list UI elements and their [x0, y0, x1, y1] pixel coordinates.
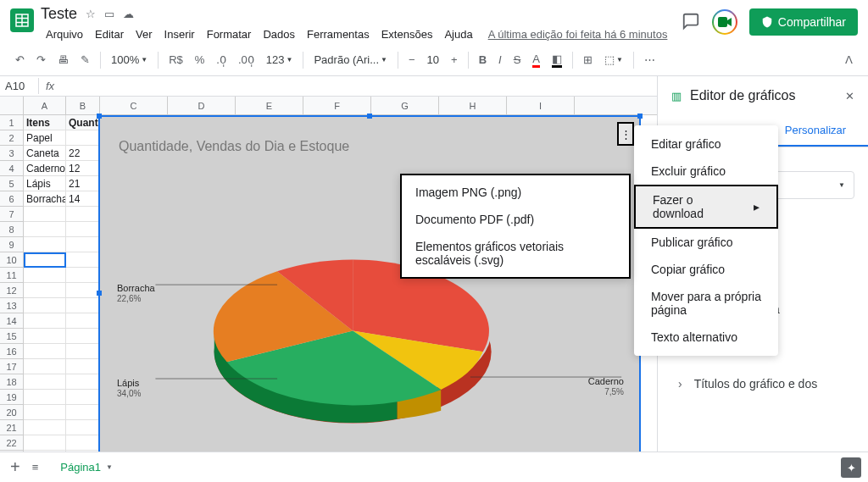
ctx-copy-chart[interactable]: Copiar gráfico — [634, 256, 778, 283]
fx-icon[interactable]: fx — [39, 80, 61, 92]
cell[interactable] — [66, 390, 100, 405]
move-icon[interactable]: ▭ — [104, 8, 114, 20]
cell[interactable]: Lápis — [24, 176, 66, 191]
cell[interactable] — [24, 313, 66, 329]
share-button[interactable]: Compartilhar — [749, 8, 858, 36]
undo-icon[interactable]: ↶ — [10, 50, 30, 69]
text-color-btn[interactable]: A — [527, 49, 545, 71]
percent-btn[interactable]: % — [190, 50, 210, 69]
sheet-tab[interactable]: Página1 ▼ — [50, 456, 123, 479]
row-header[interactable]: 15 — [0, 329, 24, 344]
cell[interactable]: Quantidade — [66, 115, 100, 130]
cell[interactable]: Borracha — [24, 191, 66, 207]
row-header[interactable]: 21 — [0, 420, 24, 435]
row-header[interactable]: 3 — [0, 146, 24, 161]
menu-format[interactable]: Formatar — [202, 25, 257, 44]
paint-format-icon[interactable]: ✎ — [75, 50, 95, 69]
cell[interactable] — [24, 344, 66, 359]
cell[interactable] — [24, 420, 66, 435]
cell[interactable]: Caneta — [24, 146, 66, 161]
menu-insert[interactable]: Inserir — [159, 25, 200, 44]
redo-icon[interactable]: ↷ — [31, 50, 51, 69]
download-png[interactable]: Imagem PNG (.png) — [402, 179, 629, 206]
menu-tools[interactable]: Ferramentas — [302, 25, 375, 44]
cell[interactable]: 22 — [66, 146, 100, 161]
meet-icon[interactable] — [712, 9, 737, 35]
row-header[interactable]: 5 — [0, 176, 24, 191]
cloud-icon[interactable]: ☁ — [123, 8, 134, 20]
cell[interactable] — [66, 359, 100, 374]
cell[interactable]: 21 — [66, 176, 100, 191]
star-icon[interactable]: ☆ — [86, 8, 96, 20]
row-header[interactable]: 16 — [0, 344, 24, 359]
ctx-publish-chart[interactable]: Publicar gráfico — [634, 229, 778, 256]
cell[interactable] — [66, 329, 100, 344]
bold-btn[interactable]: B — [474, 50, 492, 69]
col-header[interactable]: D — [168, 97, 236, 114]
row-header[interactable]: 9 — [0, 237, 24, 252]
menu-data[interactable]: Dados — [258, 25, 300, 44]
font-select[interactable]: Padrão (Ari... ▼ — [309, 50, 392, 69]
doc-title[interactable]: Teste — [41, 5, 77, 23]
dec-less-btn[interactable]: .0̩ — [211, 50, 231, 69]
section-titles[interactable]: ›Títulos do gráfico e dos — [671, 365, 854, 402]
merge-btn[interactable]: ⬚ ▼ — [599, 50, 628, 69]
col-header[interactable]: G — [371, 97, 439, 114]
menu-extensions[interactable]: Extensões — [376, 25, 438, 44]
ctx-download[interactable]: Fazer o download▸ — [634, 185, 778, 229]
ctx-alt-text[interactable]: Texto alternativo — [634, 324, 778, 351]
row-header[interactable]: 4 — [0, 161, 24, 176]
cell[interactable]: 12 — [66, 161, 100, 176]
cell[interactable] — [24, 222, 66, 237]
row-header[interactable]: 13 — [0, 298, 24, 313]
download-svg[interactable]: Elementos gráficos vetoriais escaláveis … — [402, 233, 629, 274]
row-header[interactable]: 1 — [0, 115, 24, 130]
chart-object[interactable]: Quantidade, Vendas do Dia e Estoque — [98, 115, 641, 463]
ctx-edit-chart[interactable]: Editar gráfico — [634, 130, 778, 158]
cell[interactable] — [24, 237, 66, 252]
cell[interactable]: Papel — [24, 130, 66, 146]
row-header[interactable]: 10 — [0, 252, 24, 268]
cell[interactable] — [24, 283, 66, 298]
close-icon[interactable]: ✕ — [845, 90, 854, 102]
row-header[interactable]: 20 — [0, 405, 24, 420]
ctx-delete-chart[interactable]: Excluir gráfico — [634, 158, 778, 185]
last-edit[interactable]: A última edição foi feita há 6 minutos — [488, 25, 668, 44]
print-icon[interactable]: 🖶 — [53, 50, 74, 69]
currency-btn[interactable]: R$ — [164, 50, 188, 69]
cell[interactable] — [24, 268, 66, 283]
cell[interactable] — [24, 298, 66, 313]
sheets-logo[interactable] — [10, 8, 34, 32]
num-format-btn[interactable]: 123 ▼ — [261, 50, 298, 69]
cell[interactable] — [66, 298, 100, 313]
menu-file[interactable]: Arquivo — [41, 25, 88, 44]
row-header[interactable]: 18 — [0, 374, 24, 390]
cell[interactable] — [66, 252, 100, 268]
cell[interactable] — [66, 130, 100, 146]
cell[interactable] — [66, 207, 100, 222]
row-header[interactable]: 17 — [0, 359, 24, 374]
cell[interactable] — [66, 237, 100, 252]
strike-btn[interactable]: S — [509, 50, 526, 69]
cell[interactable] — [66, 420, 100, 435]
tab-customize[interactable]: Personalizar — [763, 115, 868, 147]
menu-help[interactable]: Ajuda — [439, 25, 477, 44]
all-sheets-button[interactable]: ≡ — [32, 461, 39, 474]
cell[interactable] — [24, 405, 66, 420]
col-header[interactable]: I — [507, 97, 575, 114]
cell[interactable] — [66, 435, 100, 451]
cell[interactable] — [24, 390, 66, 405]
row-header[interactable]: 19 — [0, 390, 24, 405]
more-btn[interactable]: ⋯ — [639, 50, 660, 69]
cell[interactable] — [24, 207, 66, 222]
row-header[interactable]: 7 — [0, 207, 24, 222]
ctx-move-own-sheet[interactable]: Mover para a própria página — [634, 283, 778, 324]
font-dec-btn[interactable]: − — [403, 50, 420, 69]
row-header[interactable]: 22 — [0, 435, 24, 451]
cell[interactable] — [24, 359, 66, 374]
cell[interactable] — [24, 252, 66, 268]
add-sheet-button[interactable]: + — [10, 457, 20, 477]
cell[interactable] — [66, 344, 100, 359]
font-size[interactable]: 10 — [422, 50, 444, 69]
cell[interactable] — [66, 374, 100, 390]
